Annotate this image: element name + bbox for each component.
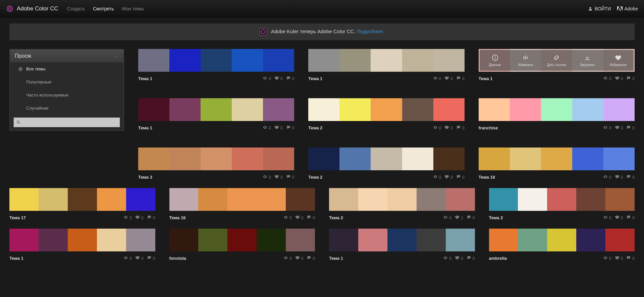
card-title[interactable]: Тема 1	[9, 256, 23, 261]
eye-icon	[603, 76, 608, 81]
comments-stat[interactable]: 0	[286, 125, 294, 131]
banner-app-icon	[260, 28, 267, 36]
nav-create[interactable]: Создать	[67, 6, 85, 11]
card-stats: 000	[603, 125, 635, 131]
swatches[interactable]	[308, 147, 464, 170]
card-title[interactable]: Тема 1	[329, 256, 343, 261]
swatches[interactable]	[169, 229, 315, 251]
comments-stat[interactable]: 0	[626, 125, 635, 131]
comments-stat[interactable]: 0	[467, 255, 475, 261]
comments-stat[interactable]: 0	[626, 255, 635, 261]
adobe-link[interactable]: Adobe	[617, 6, 638, 11]
card-title[interactable]: Тема 1	[138, 76, 152, 81]
hover-edit-button[interactable]: Изменить	[511, 50, 541, 71]
swatches[interactable]	[9, 229, 155, 251]
swatches[interactable]	[308, 98, 464, 121]
card-title[interactable]: franchise	[479, 125, 498, 130]
swatch	[257, 188, 286, 211]
likes-stat[interactable]: 0	[615, 255, 623, 261]
card-title[interactable]: Тема 2	[329, 215, 343, 220]
likes-stat[interactable]: 0	[295, 255, 304, 261]
login-button[interactable]: ВОЙТИ	[588, 6, 611, 11]
swatch	[541, 98, 572, 121]
comment-icon	[307, 215, 311, 221]
comments-stat[interactable]: 0	[286, 76, 294, 81]
comments-stat[interactable]: 0	[456, 76, 465, 81]
hover-favorite-button[interactable]: Избранное	[603, 50, 634, 71]
comments-stat[interactable]: 0	[307, 255, 315, 261]
sidebar-item-3[interactable]: Случайная	[10, 102, 123, 115]
likes-stat[interactable]: 0	[615, 174, 623, 180]
card-title[interactable]: fonstola	[169, 256, 186, 261]
swatches[interactable]	[169, 188, 315, 211]
main-nav: Создать Смотреть Мои темы	[67, 6, 144, 11]
comments-stat[interactable]: 0	[626, 174, 635, 180]
likes-stat[interactable]: 0	[135, 215, 144, 221]
card-title[interactable]: Тема 2	[308, 125, 322, 130]
comments-stat[interactable]: 0	[456, 125, 465, 131]
search-wrap	[10, 115, 123, 130]
comments-stat[interactable]: 0	[147, 215, 155, 221]
likes-stat[interactable]: 0	[615, 76, 623, 81]
likes-stat[interactable]: 0	[444, 125, 453, 131]
swatch	[138, 98, 169, 121]
swatches[interactable]	[479, 147, 635, 170]
card-title[interactable]: Тема 1	[138, 125, 152, 130]
likes-stat[interactable]: 0	[615, 125, 623, 131]
swatches[interactable]	[138, 98, 294, 121]
hover-link-button[interactable]: Дать ссылку	[541, 50, 572, 71]
card-title[interactable]: Тема 2	[489, 215, 503, 220]
search-input[interactable]	[13, 117, 120, 127]
likes-stat[interactable]: 0	[274, 125, 283, 131]
card-title[interactable]: ambrella	[489, 256, 507, 261]
hover-data-button[interactable]: Данные	[480, 50, 511, 71]
heart-icon	[615, 255, 620, 261]
sidebar-header[interactable]: Просм.︿	[10, 50, 123, 62]
likes-stat[interactable]: 0	[295, 215, 304, 221]
hover-download-button[interactable]: Загрузить	[572, 50, 603, 71]
comments-stat[interactable]: 0	[456, 174, 465, 180]
nav-my-themes[interactable]: Мои темы	[122, 6, 144, 11]
comments-stat[interactable]: 0	[307, 215, 315, 221]
sidebar-item-1[interactable]: Популярные	[10, 75, 123, 88]
likes-stat[interactable]: 0	[135, 255, 144, 261]
svg-point-0	[7, 6, 13, 11]
likes-stat[interactable]: 1	[455, 215, 463, 221]
comments-stat[interactable]: 0	[286, 174, 294, 180]
card-title[interactable]: Тема 18	[479, 175, 495, 180]
likes-stat[interactable]: 0	[615, 215, 623, 221]
swatches[interactable]	[479, 98, 635, 121]
swatches[interactable]	[329, 188, 475, 211]
swatches[interactable]	[489, 188, 635, 211]
comments-stat[interactable]: 0	[147, 255, 155, 261]
theme-card: Тема 1000	[138, 98, 294, 131]
swatches[interactable]	[138, 147, 294, 170]
comments-stat[interactable]: 0	[626, 215, 635, 221]
likes-stat[interactable]: 0	[444, 174, 453, 180]
swatches[interactable]	[9, 188, 155, 211]
sidebar-item-label: Все темы	[26, 66, 45, 71]
swatches[interactable]	[138, 49, 294, 72]
likes-stat[interactable]: 0	[444, 76, 453, 81]
swatches[interactable]: ДанныеИзменитьДать ссылкуЗагрузитьИзбран…	[479, 49, 635, 72]
banner-link[interactable]: Подробнее.	[357, 28, 384, 34]
swatches[interactable]	[489, 229, 635, 251]
card-title[interactable]: Тема 17	[9, 215, 26, 220]
swatch	[446, 188, 475, 211]
comments-stat[interactable]: 0	[626, 76, 635, 81]
card-title[interactable]: Тема 16	[169, 215, 186, 220]
nav-browse[interactable]: Смотреть	[93, 6, 114, 11]
likes-stat[interactable]: 0	[274, 174, 283, 180]
card-title[interactable]: Тема 1	[308, 76, 322, 81]
comments-stat[interactable]: 0	[467, 215, 475, 221]
card-title[interactable]: Тема 3	[138, 175, 152, 180]
card-title[interactable]: Тема 2	[308, 175, 322, 180]
swatches[interactable]	[329, 229, 475, 251]
swatches[interactable]	[308, 49, 464, 72]
likes-stat[interactable]: 0	[274, 76, 283, 81]
sidebar-item-2[interactable]: Часто используемые	[10, 88, 123, 102]
card-title[interactable]: Тема 1	[479, 76, 493, 81]
sidebar-item-0[interactable]: Все темы	[10, 62, 123, 75]
comment-icon	[626, 215, 631, 221]
likes-stat[interactable]: 0	[455, 255, 463, 261]
